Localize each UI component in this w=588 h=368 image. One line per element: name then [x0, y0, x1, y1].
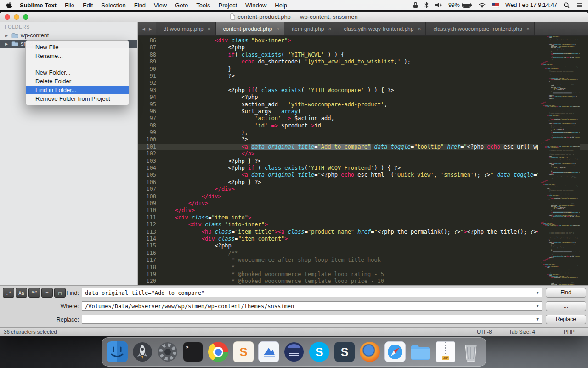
- keyboard-flag-icon[interactable]: [492, 3, 499, 8]
- tab-close-icon[interactable]: ×: [418, 26, 421, 32]
- scroll-tabs-right-icon[interactable]: ▶: [149, 27, 152, 31]
- code-line[interactable]: 110 </div>: [138, 207, 588, 214]
- menu-edit[interactable]: Edit: [79, 2, 97, 9]
- code-line[interactable]: 98 'id' => $product->id: [138, 122, 588, 129]
- replace-history-chevron-icon[interactable]: ▼: [537, 315, 539, 324]
- menu-tools[interactable]: Tools: [192, 2, 214, 9]
- zip-archive-icon[interactable]: ZIP: [435, 341, 456, 362]
- menu-goto[interactable]: Goto: [171, 2, 192, 9]
- tab-item-grid.php[interactable]: item-grid.php×: [284, 22, 336, 35]
- tab-close-icon[interactable]: ×: [526, 26, 530, 32]
- menubar-app-name[interactable]: Sublime Text: [16, 2, 61, 9]
- code-line[interactable]: 101 <a data-original-title="Add to compa…: [138, 144, 588, 150]
- where-browse-button[interactable]: ...: [546, 301, 586, 311]
- find-history-chevron-icon[interactable]: ▼: [537, 288, 539, 297]
- trash-icon[interactable]: [460, 341, 481, 362]
- menu-help[interactable]: Help: [271, 2, 291, 9]
- tab-close-icon[interactable]: ×: [208, 26, 211, 32]
- tab-dt-woo-map.php[interactable]: dt-woo-map.php×: [156, 22, 216, 35]
- tab-size-status[interactable]: Tab Size: 4: [509, 328, 535, 336]
- code-line[interactable]: 116 /**: [138, 250, 588, 257]
- code-line[interactable]: 104 <?php if ( class_exists('YITH_WCQV_F…: [138, 165, 588, 172]
- code-line[interactable]: 108 </div>: [138, 193, 588, 200]
- code-line[interactable]: 103 <?php } ?>: [138, 158, 588, 165]
- scroll-tabs-left-icon[interactable]: ◀: [142, 27, 145, 31]
- code-line[interactable]: 86 <div class="box-inner">: [138, 37, 588, 44]
- finder-icon[interactable]: [107, 341, 128, 362]
- context-menu-item-delete-folder[interactable]: Delete Folder: [26, 77, 129, 86]
- blue-folder-icon[interactable]: [410, 341, 431, 362]
- disclosure-triangle-icon[interactable]: ▶: [5, 34, 10, 38]
- code-line[interactable]: 88 if( class_exists( 'YITH_WCWL' ) ) {: [138, 52, 588, 58]
- code-line[interactable]: 89 echo do_shortcode( '[yith_wcwl_add_to…: [138, 58, 588, 65]
- notification-center-icon[interactable]: [576, 2, 582, 8]
- menubar-clock[interactable]: Wed Feb 17 9:14:47: [505, 2, 557, 8]
- code-line[interactable]: 87 <?php: [138, 44, 588, 51]
- disclosure-triangle-icon[interactable]: ▶: [5, 42, 10, 46]
- syntax-status[interactable]: PHP: [564, 328, 575, 336]
- code-line[interactable]: 100 ?>: [138, 136, 588, 143]
- context-menu-item-remove-folder-from-project[interactable]: Remove Folder from Project: [26, 94, 129, 103]
- dark-s-app-icon[interactable]: S: [334, 341, 355, 362]
- tab-content-product.php[interactable]: content-product.php×: [216, 22, 285, 35]
- code-line[interactable]: 90 }: [138, 66, 588, 73]
- code-line[interactable]: 97 'action' => $action_add,: [138, 115, 588, 122]
- skype-icon[interactable]: S: [309, 341, 330, 362]
- context-menu-item-new-file[interactable]: New File: [26, 43, 129, 52]
- code-line[interactable]: 99 );: [138, 129, 588, 136]
- code-line[interactable]: 113 <h3 class="item-title"><a class="pro…: [138, 229, 588, 236]
- volume-icon[interactable]: [435, 2, 442, 8]
- code-line[interactable]: 96 $url_args = array(: [138, 108, 588, 115]
- menu-selection[interactable]: Selection: [97, 2, 130, 9]
- system-preferences-icon[interactable]: [157, 341, 178, 362]
- code-line[interactable]: 112 <div class="info-inner">: [138, 221, 588, 228]
- launchpad-icon[interactable]: [132, 341, 153, 362]
- code-line[interactable]: 120 * @hooked woocommerce_template_loop_…: [138, 278, 588, 285]
- code-line[interactable]: 95 $action_add = 'yith-woocompare-add-pr…: [138, 101, 588, 108]
- context-menu-item-find-in-folder[interactable]: Find in Folder...: [26, 86, 129, 94]
- code-lines[interactable]: 86 <div class="box-inner">87 <?php88 if(…: [138, 36, 588, 285]
- spotlight-icon[interactable]: [564, 2, 570, 8]
- where-input[interactable]: /Volumes/Data/webserver/www/wp/simen/wp-…: [82, 301, 542, 310]
- code-line[interactable]: 111 <div class="item-info">: [138, 214, 588, 221]
- window-titlebar[interactable]: content-product.php — wp-content, snssim…: [0, 12, 588, 23]
- code-line[interactable]: 118 *: [138, 264, 588, 271]
- blue-app-icon[interactable]: [258, 341, 279, 362]
- firefox-icon[interactable]: [359, 341, 380, 362]
- tab-class.yith-woocompare-frontend.php[interactable]: class.yith-woocompare-frontend.php×: [426, 22, 534, 35]
- sidebar-folder-wp-content[interactable]: ▶wp-content: [0, 31, 137, 40]
- code-line[interactable]: 115 <?php: [138, 242, 588, 249]
- code-line[interactable]: 91 ?>: [138, 73, 588, 80]
- code-line[interactable]: 107 </div>: [138, 186, 588, 193]
- where-history-chevron-icon[interactable]: ▼: [537, 302, 539, 310]
- wifi-icon[interactable]: [479, 3, 486, 8]
- regex-toggle[interactable]: .*: [3, 288, 14, 298]
- code-line[interactable]: 92: [138, 80, 588, 86]
- sublime-text-icon[interactable]: S: [233, 341, 254, 362]
- find-button[interactable]: Find: [546, 288, 586, 298]
- chrome-icon[interactable]: [208, 341, 229, 362]
- eclipse-icon[interactable]: [283, 341, 305, 362]
- code-line[interactable]: 106 <?php } ?>: [138, 179, 588, 186]
- replace-button[interactable]: Replace: [546, 315, 586, 324]
- menu-file[interactable]: File: [61, 2, 79, 9]
- code-editor[interactable]: 86 <div class="box-inner">87 <?php88 if(…: [138, 36, 588, 285]
- code-line[interactable]: 114 <div class="item-content">: [138, 236, 588, 242]
- menu-view[interactable]: View: [150, 2, 171, 9]
- code-line[interactable]: 102 </a>: [138, 150, 588, 157]
- bluetooth-icon[interactable]: [424, 2, 429, 8]
- code-line[interactable]: 93 <?php if( class_exists( 'YITH_Woocomp…: [138, 87, 588, 94]
- battery-indicator[interactable]: 99%: [448, 2, 472, 8]
- apple-menu-icon[interactable]: [6, 2, 12, 9]
- code-line[interactable]: 117 * woocommerce_after_shop_loop_item_t…: [138, 257, 588, 264]
- tab-close-icon[interactable]: ×: [276, 26, 279, 32]
- code-line[interactable]: 119 * @hooked woocommerce_template_loop_…: [138, 271, 588, 278]
- minimap[interactable]: <div class="box-inner"> <?php if( class_…: [538, 36, 580, 285]
- terminal-icon[interactable]: >_: [182, 341, 204, 362]
- menu-window[interactable]: Window: [241, 2, 271, 9]
- code-line[interactable]: 105 <a data-original-title="<?php echo e…: [138, 172, 588, 178]
- menu-find[interactable]: Find: [130, 2, 150, 9]
- code-line[interactable]: 109 </div>: [138, 200, 588, 207]
- tab-close-icon[interactable]: ×: [328, 26, 331, 32]
- code-line[interactable]: 94 <?php: [138, 94, 588, 101]
